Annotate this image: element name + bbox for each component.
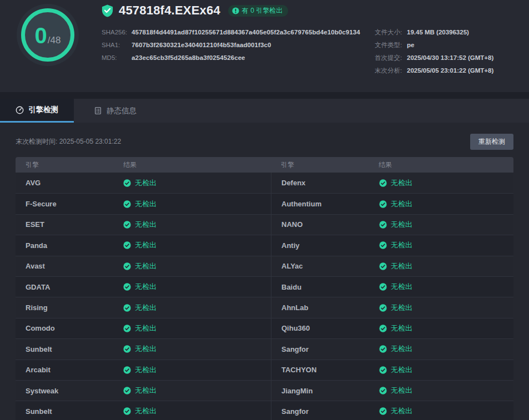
engine-result: 无检出 [379, 344, 513, 354]
detection-count-badge: 有 0 引擎检出 [228, 5, 288, 17]
table-row: AVG 无检出 Defenx 无检出 [16, 173, 513, 193]
engine-result: 无检出 [379, 365, 513, 375]
hash-list: SHA256: 457818f4d4491ad87f10255671d88436… [102, 26, 360, 64]
check-circle-icon [123, 221, 131, 229]
result-label: 无检出 [135, 303, 157, 313]
table-header-row: 引擎 结果 引擎 结果 [16, 157, 513, 173]
check-circle-icon [379, 200, 387, 208]
engine-result: 无检出 [123, 344, 271, 354]
result-label: 无检出 [391, 282, 412, 292]
check-circle-icon [379, 366, 387, 374]
check-circle-icon [379, 221, 387, 229]
engines-total: /48 [48, 36, 61, 45]
engine-result: 无检出 [379, 282, 513, 292]
check-circle-icon [123, 200, 131, 208]
result-label: 无检出 [135, 365, 157, 375]
result-label: 无检出 [391, 344, 412, 354]
engine-result: 无检出 [379, 240, 513, 250]
result-label: 无检出 [135, 344, 157, 354]
check-circle-icon [379, 345, 387, 353]
result-label: 无检出 [391, 178, 412, 188]
table-row: Sunbelt 无检出 Sangfor 无检出 [16, 338, 513, 359]
check-circle-icon [123, 387, 131, 394]
engine-result: 无检出 [123, 323, 271, 333]
info-label: 文件类型: [375, 39, 407, 52]
engine-name: Comodo [26, 324, 123, 332]
check-circle-icon [379, 304, 387, 312]
engine-name: Avast [26, 262, 123, 270]
check-circle-icon [379, 325, 387, 332]
section-divider [0, 92, 529, 99]
engine-result: 无检出 [379, 199, 513, 209]
rescan-button[interactable]: 重新检测 [470, 134, 513, 150]
engine-name: Defenx [281, 179, 379, 187]
table-row: Panda 无检出 Antiy 无检出 [16, 235, 513, 255]
column-header-result: 结果 [379, 160, 513, 170]
detection-score-ring: 0 /48 [21, 8, 74, 62]
hash-label: SHA1: [102, 39, 132, 52]
last-analysis-row: 末次分析: 2025/05/05 23:01:22 (GMT+8) [375, 64, 493, 77]
engine-result: 无检出 [379, 386, 513, 396]
tab-bar: 引擎检测 静态信息 [0, 99, 529, 123]
check-circle-icon [123, 366, 131, 374]
engine-name: AhnLab [281, 303, 379, 312]
engine-name: Rising [26, 303, 123, 312]
table-row: Sunbelt 无检出 Sangfor 无检出 [16, 401, 513, 420]
table-row: Systweak 无检出 JiangMin 无检出 [16, 380, 513, 401]
engine-detection-panel: 末次检测时间: 2025-05-05 23:01:22 重新检测 引擎 结果 引… [0, 123, 529, 420]
result-label: 无检出 [391, 240, 412, 250]
detections-count: 0 [35, 24, 47, 47]
result-label: 无检出 [391, 220, 412, 230]
engine-name: Panda [26, 241, 123, 250]
check-circle-icon [379, 262, 387, 270]
result-label: 无检出 [391, 199, 412, 209]
gauge-icon [16, 106, 24, 114]
tab-engine-detection[interactable]: 引擎检测 [0, 99, 74, 123]
file-report-header: 0 /48 457818f4.EXEx64 有 0 引擎检出 SHA256: 4… [0, 0, 529, 92]
engine-name: AVG [26, 179, 123, 187]
result-label: 无检出 [135, 178, 157, 188]
engine-result: 无检出 [123, 199, 271, 209]
check-circle-icon [123, 262, 131, 270]
result-label: 无检出 [135, 220, 157, 230]
hash-label: MD5: [102, 52, 132, 64]
engine-name: Sangfor [281, 345, 379, 353]
badge-label: 有 0 引擎检出 [242, 6, 283, 16]
check-circle-icon [379, 283, 387, 291]
result-label: 无检出 [391, 323, 412, 333]
engine-name: Sunbelt [26, 407, 123, 416]
first-submit-row: 首次提交: 2025/04/30 13:17:52 (GMT+8) [375, 52, 493, 64]
hash-label: SHA256: [102, 26, 132, 39]
column-header-engine: 引擎 [281, 160, 379, 170]
engine-result: 无检出 [123, 282, 271, 292]
engine-name: JiangMin [281, 387, 379, 395]
result-label: 无检出 [135, 406, 157, 416]
file-size-value: 19.45 MB (20396325) [407, 26, 469, 39]
sha1-value: 7607b3f2630321e340401210f4b53faad001f3c0 [132, 39, 271, 52]
check-circle-icon [123, 283, 131, 291]
file-info-list: 文件大小: 19.45 MB (20396325) 文件类型: pe 首次提交:… [375, 26, 493, 77]
result-label: 无检出 [391, 303, 412, 313]
column-header-engine: 引擎 [26, 160, 123, 170]
check-circle-icon [123, 325, 131, 332]
engine-name: Antiy [281, 241, 379, 250]
file-type-value: pe [407, 39, 414, 52]
engine-name: Arcabit [26, 366, 123, 374]
engine-result: 无检出 [379, 261, 513, 271]
result-label: 无检出 [135, 282, 157, 292]
first-submit-value: 2025/04/30 13:17:52 (GMT+8) [407, 52, 493, 64]
engine-result: 无检出 [379, 406, 513, 416]
result-label: 无检出 [135, 261, 157, 271]
check-circle-icon [123, 304, 131, 312]
hash-row-md5: MD5: a23ec65cb3f5d265a8ba3f0254526cee [102, 52, 360, 64]
engine-result: 无检出 [123, 178, 271, 188]
table-row: Comodo 无检出 Qihu360 无检出 [16, 318, 513, 338]
table-row: ESET 无检出 NANO 无检出 [16, 214, 513, 235]
md5-value: a23ec65cb3f5d265a8ba3f0254526cee [132, 52, 245, 64]
info-label: 末次分析: [375, 64, 407, 77]
engine-result: 无检出 [123, 240, 271, 250]
tab-static-info[interactable]: 静态信息 [82, 99, 149, 123]
engine-name: GDATA [26, 283, 123, 291]
engine-name: NANO [281, 220, 379, 229]
result-label: 无检出 [391, 365, 412, 375]
